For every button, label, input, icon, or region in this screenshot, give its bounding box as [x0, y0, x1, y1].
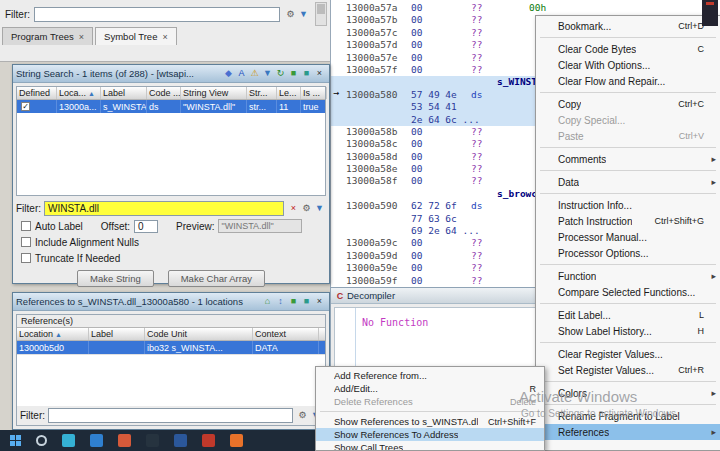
make-char-array-button[interactable]: Make Char Array: [168, 270, 265, 287]
listing-line[interactable]: 13000a57a00??00h: [331, 2, 720, 14]
filter-options-icon[interactable]: ⚙: [284, 8, 297, 21]
menu-item-compare-selected-functions[interactable]: Compare Selected Functions...: [536, 284, 720, 300]
menu-item-comments[interactable]: Comments▸: [536, 151, 720, 167]
menu-item-clear-with-options[interactable]: Clear With Options...: [536, 57, 720, 73]
column-header-1[interactable]: Loca...▲: [57, 87, 101, 99]
listing-mnemonic: ??: [471, 138, 482, 149]
menu-item-clear-flow-and-repair[interactable]: Clear Flow and Repair...: [536, 73, 720, 89]
string-filter-input[interactable]: WINSTA.dll: [44, 201, 284, 216]
column-header-3[interactable]: Code ...: [147, 87, 181, 99]
string-search-row[interactable]: ✓13000a...s_WINSTA...ds"WINSTA.dll"str..…: [17, 100, 325, 113]
regex-icon[interactable]: A: [235, 67, 248, 80]
menu-item-show-label-history[interactable]: Show Label History...H: [536, 323, 720, 339]
snapshot-icon[interactable]: ■: [300, 295, 313, 308]
make-string-button[interactable]: Make String: [77, 270, 154, 287]
menu-item-data[interactable]: Data▸: [536, 174, 720, 190]
vscode-icon[interactable]: [90, 434, 103, 447]
listing-bytes: 77 63 6c: [411, 213, 457, 224]
menu-item-clear-register-values[interactable]: Clear Register Values...: [536, 346, 720, 362]
tab-symbol-tree[interactable]: Symbol Tree ×: [95, 27, 177, 45]
menu-item-bookmark[interactable]: Bookmark...Ctrl+D: [536, 18, 720, 34]
filter-options-icon[interactable]: ⚙: [296, 409, 309, 422]
column-header-0[interactable]: Location▲: [17, 328, 89, 340]
menu-item-instruction-info[interactable]: Instruction Info...: [536, 197, 720, 213]
column-filter-icon[interactable]: ▼: [297, 8, 310, 21]
include-alignment-nulls-checkbox[interactable]: [21, 237, 31, 247]
column-header-0[interactable]: Defined: [17, 87, 57, 99]
listing-address: 13000a58b: [346, 126, 397, 137]
menu-item-label: Set Register Values...: [558, 365, 654, 376]
menu-item-copy[interactable]: CopyCtrl+C: [536, 96, 720, 112]
menu-item-processor-options[interactable]: Processor Options...: [536, 245, 720, 261]
menu-item-function[interactable]: Function▸: [536, 268, 720, 284]
menu-item-set-register-values[interactable]: Set Register Values...Ctrl+R: [536, 362, 720, 378]
search-button[interactable]: [36, 435, 47, 446]
menu-item-add-reference-from[interactable]: Add Reference from...: [316, 369, 544, 382]
filter-options-icon[interactable]: ⚙: [300, 202, 313, 215]
ghidra-icon[interactable]: [202, 434, 215, 447]
close-icon[interactable]: ×: [313, 67, 326, 80]
refresh-icon[interactable]: ↻: [274, 67, 287, 80]
menu-item-edit-label[interactable]: Edit Label...L: [536, 307, 720, 323]
pin-icon[interactable]: ◆: [222, 67, 235, 80]
menu-item-show-call-trees[interactable]: Show Call Trees: [316, 441, 544, 451]
menu-item-show-references-to-address[interactable]: Show References To Address: [316, 428, 544, 441]
truncate-if-needed-checkbox[interactable]: [21, 253, 31, 263]
defined-checkbox[interactable]: ✓: [21, 102, 30, 111]
column-header-6[interactable]: Le...: [277, 87, 301, 99]
edge-icon[interactable]: [62, 434, 75, 447]
word-icon[interactable]: [174, 434, 187, 447]
column-header-1[interactable]: Label: [89, 328, 145, 340]
scrollbar-thumb[interactable]: [317, 4, 325, 14]
home-icon[interactable]: ⌂: [261, 295, 274, 308]
menu-item-rename-fragment-to-label[interactable]: Rename Fragment to Label: [536, 408, 720, 424]
submenu-arrow-icon: ▸: [711, 154, 716, 164]
grid-icon[interactable]: ■: [287, 295, 300, 308]
auto-label-checkbox[interactable]: [21, 221, 31, 231]
menu-item-references[interactable]: References▸: [536, 424, 720, 440]
button-row: Make String Make Char Array: [13, 270, 329, 287]
tool-tabs: Program Trees × Symbol Tree ×: [2, 27, 179, 45]
snapshot-icon[interactable]: ■: [300, 67, 313, 80]
start-button[interactable]: [10, 435, 21, 446]
tree-filter-input[interactable]: [34, 7, 280, 22]
terminal-icon[interactable]: [146, 434, 159, 447]
references-row[interactable]: 13000b5d0ibo32 s_WINSTA...DATA: [17, 341, 325, 354]
grid-icon[interactable]: ■: [287, 67, 300, 80]
close-tab-icon[interactable]: ×: [79, 32, 84, 42]
menu-item-patch-instruction[interactable]: Patch InstructionCtrl+Shift+G: [536, 213, 720, 229]
listing-bytes: 57 49 4e: [411, 89, 457, 100]
column-header-2[interactable]: Label: [101, 87, 147, 99]
references-filter-input[interactable]: [48, 408, 293, 423]
close-tab-icon[interactable]: ×: [162, 32, 167, 42]
menu-item-add-edit[interactable]: Add/Edit...R: [316, 382, 544, 395]
column-header-3[interactable]: Context: [253, 328, 319, 340]
firefox-icon[interactable]: [230, 434, 243, 447]
listing-address: 13000a57b: [346, 14, 397, 25]
menu-item-colors[interactable]: Colors▸: [536, 385, 720, 401]
sort-icon: ▲: [55, 331, 62, 338]
references-window: References to s_WINSTA.dll_13000a580 - 1…: [12, 292, 330, 430]
column-header-7[interactable]: Is ...: [301, 87, 327, 99]
warning-icon[interactable]: ⚠: [248, 67, 261, 80]
listing-bytes: 00: [411, 138, 422, 149]
menu-item-processor-manual[interactable]: Processor Manual...: [536, 229, 720, 245]
column-header-4[interactable]: String View: [181, 87, 247, 99]
tree-scrollbar[interactable]: [315, 2, 327, 26]
references-titlebar[interactable]: References to s_WINSTA.dll_13000a580 - 1…: [13, 293, 329, 311]
filter-icon[interactable]: ▼: [261, 67, 274, 80]
column-header-5[interactable]: Str...: [247, 87, 277, 99]
offset-input[interactable]: 0: [134, 220, 158, 233]
close-icon[interactable]: ×: [313, 295, 326, 308]
string-search-titlebar[interactable]: String Search - 1 items (of 288) - [wtsa…: [13, 65, 329, 83]
menu-item-clear-code-bytes[interactable]: Clear Code BytesC: [536, 41, 720, 57]
navigate-icon[interactable]: ↕: [274, 295, 287, 308]
tab-program-trees[interactable]: Program Trees ×: [2, 27, 93, 45]
column-header-2[interactable]: Code Unit: [145, 328, 253, 340]
column-filter-icon[interactable]: ▼: [313, 202, 326, 215]
clear-filter-icon[interactable]: ×: [287, 202, 300, 215]
menu-item-show-references-to-s-winsta-dll-13000a580[interactable]: Show References to s_WINSTA.dll_13000a58…: [316, 415, 544, 428]
listing-mnemonic: ds: [471, 200, 482, 211]
listing-address: 13000a58d: [346, 151, 397, 162]
photos-icon[interactable]: [118, 434, 131, 447]
